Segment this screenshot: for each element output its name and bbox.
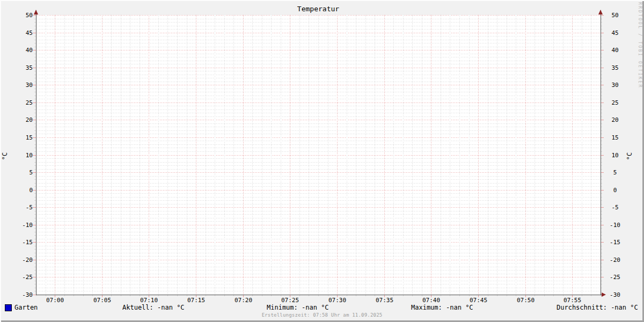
stat-aktuell: Aktuell: -nan °C	[122, 304, 185, 311]
y-axis-tick-label-right: -20	[610, 257, 620, 264]
y-axis-tick-label-left: -30	[22, 291, 33, 298]
y-axis-tick-label-left: -20	[22, 257, 33, 264]
y-axis-tick-label-left: -10	[22, 222, 33, 229]
x-axis-tick-label: 07:35	[376, 297, 393, 304]
y-axis-tick-label-left: 25	[26, 99, 33, 106]
x-axis-tick-label: 07:40	[422, 297, 440, 304]
y-axis-tick-label-left: 40	[26, 47, 33, 54]
y-axis-tick-label-right: 50	[611, 12, 618, 19]
y-axis-tick-label-right: 10	[611, 152, 618, 159]
stat-maximum: Maximum: -nan °C	[411, 304, 473, 311]
y-axis-tick-label-left: 15	[26, 134, 33, 141]
x-axis-tick-label: 07:30	[328, 297, 346, 304]
y-axis-tick-label-left: 30	[26, 82, 33, 89]
legend-swatch-garten	[5, 304, 12, 311]
x-axis-arrow	[602, 292, 606, 297]
y-axis-tick-label-left: 10	[26, 152, 33, 159]
creation-timestamp: Erstellungszeit: 07:58 Uhr am 11.09.2025	[0, 312, 644, 318]
x-axis-tick-label: 07:00	[46, 297, 64, 304]
x-axis-tick-label: 07:55	[564, 297, 581, 304]
y-axis-tick-label-right: -10	[610, 222, 620, 229]
rrdtool-graph: Temperatur 50504545404035353030252520201…	[0, 0, 644, 322]
stat-minimum: Minimum: -nan °C	[267, 304, 329, 311]
y-axis-tick-label-left: -25	[22, 274, 33, 281]
y-axis-tick-label-right: 0	[613, 187, 617, 194]
y-axis-arrow-right	[598, 10, 603, 14]
x-axis-tick-label: 07:05	[93, 297, 111, 304]
y-axis-tick-label-right: -5	[611, 204, 618, 211]
x-axis-tick-label: 07:25	[281, 297, 299, 304]
y-axis-tick-label-left: 50	[26, 12, 33, 19]
x-axis-tick-label: 07:50	[517, 297, 535, 304]
y-axis-tick-label-left: 35	[26, 64, 33, 71]
x-axis-tick-label: 07:15	[187, 297, 205, 304]
y-axis-unit-left: °C	[1, 152, 9, 160]
y-axis-tick-label-right: 15	[611, 134, 618, 141]
y-axis-tick-label-right: 40	[611, 47, 618, 54]
y-axis-tick-label-right: 45	[611, 30, 618, 36]
y-axis-unit-right: °C	[626, 152, 633, 160]
legend-series-name: Garten	[14, 304, 38, 311]
y-axis-tick-label-left: -15	[22, 239, 33, 246]
y-axis-tick-label-left: 45	[26, 30, 33, 36]
legend-row: Garten Aktuell: -nan °C Minimum: -nan °C…	[0, 304, 644, 312]
y-axis-tick-label-right: -15	[610, 239, 620, 246]
x-axis-tick-label: 07:45	[470, 297, 487, 304]
y-axis-tick-label-left: 20	[26, 116, 33, 123]
rrdtool-watermark: RRDTOOL / TOBI OETIKER	[638, 2, 642, 89]
y-axis-tick-label-left: -5	[26, 204, 33, 211]
y-axis-tick-label-right: 35	[611, 64, 618, 71]
y-axis-tick-label-left: 0	[29, 187, 33, 194]
x-axis-tick-label: 07:10	[140, 297, 158, 304]
y-axis-arrow-left	[34, 10, 38, 14]
stat-durchschnitt: Durchschnitt: -nan °C	[557, 304, 638, 311]
y-axis-tick-label-right: -30	[610, 291, 620, 298]
y-axis-tick-label-right: 5	[613, 169, 617, 176]
y-axis-tick-label-right: 20	[611, 116, 618, 123]
y-axis-tick-label-right: 30	[611, 82, 618, 89]
y-axis-tick-label-left: 5	[29, 169, 33, 176]
y-axis-tick-label-right: 25	[611, 99, 618, 106]
chart-plot-area: 5050454540403535303025252020151510105500…	[0, 0, 644, 322]
y-axis-tick-label-right: -25	[610, 274, 620, 281]
x-axis-tick-label: 07:20	[235, 297, 252, 304]
